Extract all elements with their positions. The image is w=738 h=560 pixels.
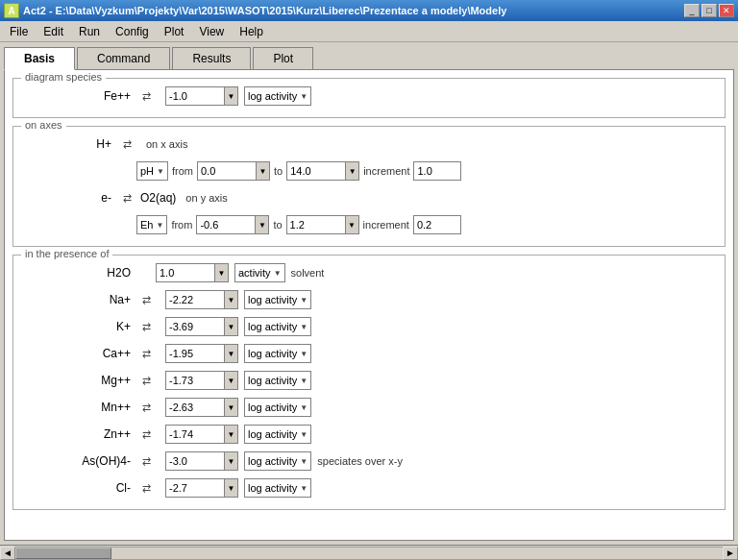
unit-label-2: log activity xyxy=(248,348,297,359)
h-scrollbar[interactable]: ◄ ► xyxy=(0,545,738,560)
tab-plot[interactable]: Plot xyxy=(253,47,313,70)
value-arrow-6[interactable]: ▼ xyxy=(224,452,237,470)
h2o-value-arrow[interactable]: ▼ xyxy=(214,264,228,281)
unit-dropdown-2[interactable]: log activity ▼ xyxy=(244,344,311,363)
minimize-button[interactable]: _ xyxy=(684,4,700,17)
value-field-0[interactable] xyxy=(166,293,224,306)
menu-run[interactable]: Run xyxy=(71,23,108,40)
x-to-arrow[interactable]: ▼ xyxy=(345,162,358,180)
x-from-input[interactable]: ▼ xyxy=(197,161,270,181)
maximize-button[interactable]: □ xyxy=(701,4,717,17)
x-axis-var-dropdown[interactable]: pH ▼ xyxy=(136,161,168,181)
y-from-arrow[interactable]: ▼ xyxy=(255,216,268,233)
value-arrow-0[interactable]: ▼ xyxy=(224,291,237,308)
y-to-field[interactable] xyxy=(287,218,345,231)
h-scroll-right[interactable]: ► xyxy=(723,547,738,560)
x-axis-var-label: pH xyxy=(140,165,154,177)
value-field-5[interactable] xyxy=(166,427,224,441)
value-arrow-3[interactable]: ▼ xyxy=(224,372,237,389)
tab-results[interactable]: Results xyxy=(172,47,251,70)
y-axis-var-label: Eh xyxy=(140,219,153,231)
value-input-7[interactable]: ▼ xyxy=(165,478,238,498)
y-increment-field[interactable] xyxy=(414,218,453,231)
x-from-arrow[interactable]: ▼ xyxy=(256,162,269,180)
value-input-5[interactable]: ▼ xyxy=(165,425,238,444)
unit-dropdown-3[interactable]: log activity ▼ xyxy=(244,371,311,390)
x-to-input[interactable]: ▼ xyxy=(286,161,359,181)
fe-dropdown-arrow[interactable]: ▼ xyxy=(224,87,237,105)
x-from-field[interactable] xyxy=(198,164,256,178)
close-button[interactable]: ✕ xyxy=(719,4,734,17)
menu-plot[interactable]: Plot xyxy=(157,23,192,40)
fe-unit-arrow: ▼ xyxy=(300,92,308,101)
y-axis-label-text: on y axis xyxy=(185,192,227,204)
menu-view[interactable]: View xyxy=(191,23,232,40)
y-to-arrow[interactable]: ▼ xyxy=(345,216,358,233)
swap-icon-5[interactable]: ⇄ xyxy=(136,428,156,441)
unit-dropdown-1[interactable]: log activity ▼ xyxy=(244,317,311,336)
swap-icon-0[interactable]: ⇄ xyxy=(136,294,156,306)
h2o-unit-dropdown[interactable]: activity ▼ xyxy=(234,263,285,282)
h2o-solvent-label: solvent xyxy=(291,267,325,279)
menu-edit[interactable]: Edit xyxy=(36,23,71,40)
value-input-0[interactable]: ▼ xyxy=(165,290,238,309)
value-input-1[interactable]: ▼ xyxy=(165,317,238,336)
value-arrow-4[interactable]: ▼ xyxy=(224,399,237,416)
value-field-3[interactable] xyxy=(166,374,224,387)
swap-icon-7[interactable]: ⇄ xyxy=(136,482,156,495)
value-arrow-5[interactable]: ▼ xyxy=(224,426,237,443)
h2o-value-input[interactable]: ▼ xyxy=(156,263,229,282)
value-arrow-2[interactable]: ▼ xyxy=(224,345,237,362)
menu-file[interactable]: File xyxy=(2,23,36,40)
y-to-input[interactable]: ▼ xyxy=(286,215,359,234)
x-increment-field[interactable] xyxy=(414,164,453,178)
swap-icon-3[interactable]: ⇄ xyxy=(136,375,156,387)
value-input-2[interactable]: ▼ xyxy=(165,344,238,363)
h-scroll-thumb[interactable] xyxy=(15,548,111,559)
unit-label-5: log activity xyxy=(248,428,297,440)
x-to-field[interactable] xyxy=(287,164,345,178)
fe-value-input[interactable]: ▼ xyxy=(165,86,238,106)
swap-icon-1[interactable]: ⇄ xyxy=(136,321,156,333)
swap-icon-4[interactable]: ⇄ xyxy=(136,402,156,414)
h-scroll-track[interactable] xyxy=(15,547,723,560)
h2o-value-field[interactable] xyxy=(157,266,214,280)
x-increment-input[interactable] xyxy=(413,161,461,181)
app-icon: A xyxy=(4,3,19,18)
x-swap-icon[interactable]: ⇄ xyxy=(117,138,136,151)
list-item: H2O ▼ activity ▼ solvent xyxy=(21,259,717,286)
y-axis-var-dropdown[interactable]: Eh ▼ xyxy=(136,215,167,234)
fe-value-field[interactable] xyxy=(166,89,224,103)
content-area[interactable]: diagram species Fe++ ⇄ ▼ log activity ▼ … xyxy=(4,69,734,541)
value-arrow-7[interactable]: ▼ xyxy=(224,479,237,497)
value-arrow-1[interactable]: ▼ xyxy=(224,318,237,335)
swap-icon-2[interactable]: ⇄ xyxy=(136,348,156,360)
tab-basis[interactable]: Basis xyxy=(4,47,75,70)
on-axes-group: on axes H+ ⇄ on x axis pH ▼ from ▼ t xyxy=(12,126,726,247)
menu-config[interactable]: Config xyxy=(108,23,157,40)
menu-help[interactable]: Help xyxy=(232,23,271,40)
unit-dropdown-7[interactable]: log activity ▼ xyxy=(244,478,311,498)
value-field-4[interactable] xyxy=(166,401,224,414)
value-field-6[interactable] xyxy=(166,454,224,468)
swap-icon-6[interactable]: ⇄ xyxy=(136,455,156,468)
unit-dropdown-0[interactable]: log activity ▼ xyxy=(244,290,311,309)
value-input-3[interactable]: ▼ xyxy=(165,371,238,390)
extra-label-6: speciates over x-y xyxy=(317,455,403,467)
unit-dropdown-4[interactable]: log activity ▼ xyxy=(244,398,311,417)
y-swap-icon[interactable]: ⇄ xyxy=(117,192,136,205)
y-from-input[interactable]: ▼ xyxy=(196,215,269,234)
y-from-field[interactable] xyxy=(197,218,255,231)
y-increment-input[interactable] xyxy=(413,215,461,234)
value-input-6[interactable]: ▼ xyxy=(165,451,238,471)
value-input-4[interactable]: ▼ xyxy=(165,398,238,417)
value-field-1[interactable] xyxy=(166,320,224,333)
unit-dropdown-6[interactable]: log activity ▼ xyxy=(244,451,311,471)
unit-dropdown-5[interactable]: log activity ▼ xyxy=(244,425,311,444)
value-field-2[interactable] xyxy=(166,347,224,360)
h-scroll-left[interactable]: ◄ xyxy=(0,547,15,560)
fe-swap-icon[interactable]: ⇄ xyxy=(136,90,156,103)
tab-command[interactable]: Command xyxy=(77,47,170,70)
value-field-7[interactable] xyxy=(166,481,224,495)
fe-unit-dropdown[interactable]: log activity ▼ xyxy=(244,86,311,106)
